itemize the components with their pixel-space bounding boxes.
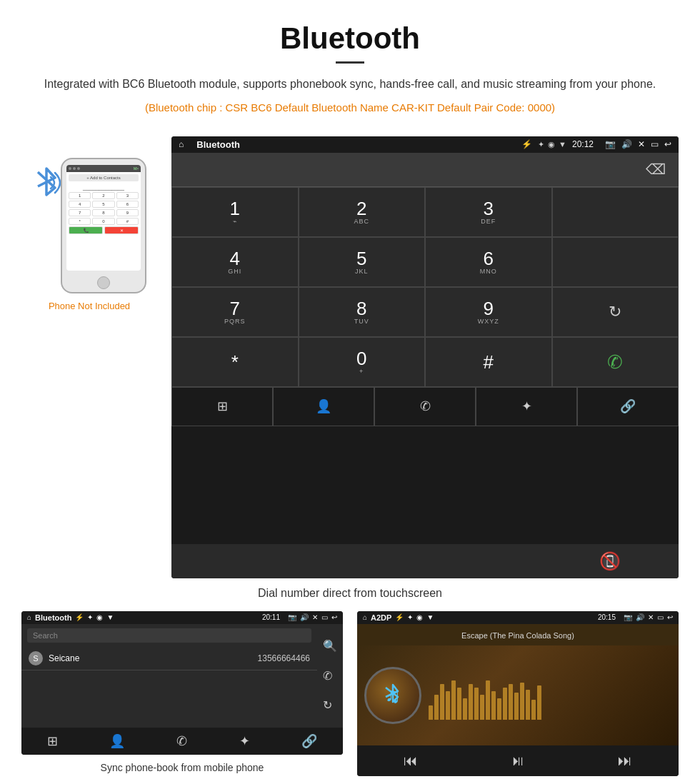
pb-nav-dialpad[interactable]: ⊞ — [47, 733, 58, 749]
title-divider — [336, 61, 364, 64]
nav-phone-icon[interactable]: ✆ — [374, 387, 476, 426]
phone-device: M> + Add to Contacts _____________ 123 4… — [61, 158, 146, 293]
pb-nav-phone[interactable]: ✆ — [176, 733, 187, 749]
music-back-icon: ↩ — [667, 613, 673, 621]
pb-search-bar[interactable]: Search — [27, 628, 311, 643]
music-home-icon: ⌂ — [363, 613, 367, 621]
pb-nav-bt[interactable]: ✦ — [239, 733, 250, 749]
status-time: 20:12 — [572, 139, 594, 149]
status-home-icon: ⌂ — [179, 139, 184, 149]
status-gps-icon: ◉ — [548, 140, 555, 149]
eq-bar — [537, 685, 541, 720]
nav-dialpad-icon[interactable]: ⊞ — [171, 387, 273, 426]
pb-search-icon[interactable]: 🔍 — [323, 639, 337, 653]
status-camera-icon: 📷 — [605, 139, 616, 149]
music-status-bar: ⌂ A2DP ⚡ ✦ ◉ ▼ 20:15 📷 🔊 ✕ ▭ ↩ — [357, 611, 679, 624]
key-refresh[interactable]: ↻ — [552, 287, 679, 337]
contact-name: Seicane — [49, 653, 258, 663]
key-4[interactable]: 4GHI — [171, 237, 299, 287]
eq-bar — [429, 705, 433, 720]
key-1[interactable]: 1⌁ — [171, 187, 299, 237]
pb-camera-icon: 📷 — [288, 613, 296, 621]
eq-bar — [457, 688, 461, 720]
key-6[interactable]: 6MNO — [425, 237, 552, 287]
pb-refresh-icon[interactable]: ↻ — [323, 698, 337, 712]
pb-bt-icon: ✦ — [87, 613, 93, 621]
pb-gps-icon: ◉ — [96, 613, 103, 621]
key-0[interactable]: 0+ — [299, 337, 426, 387]
eq-bar — [440, 684, 444, 720]
eq-bar — [446, 691, 450, 720]
keypad-grid: 1⌁ 2ABC 3DEF 4GHI 5JKL 6MNO 7PQRS 8TUV 9… — [171, 187, 679, 387]
eq-bar — [526, 690, 530, 720]
music-bt-icon: ✦ — [407, 613, 413, 621]
pb-main-area: Search S Seicane 13566664466 🔍 ✆ ↻ — [21, 624, 343, 728]
music-controls: ⏮ ⏯ ⏭ — [357, 745, 679, 776]
pb-nav-contacts[interactable]: 👤 — [109, 733, 125, 749]
contact-row[interactable]: S Seicane 13566664466 — [21, 647, 317, 670]
pb-side-icons: 🔍 ✆ ↻ — [317, 624, 343, 728]
key-5[interactable]: 5JKL — [299, 237, 426, 287]
nav-contacts-icon[interactable]: 👤 — [273, 387, 374, 426]
eq-bar — [491, 691, 496, 720]
eq-bar — [514, 693, 519, 720]
music-camera-icon: 📷 — [624, 613, 632, 621]
status-close-icon: ✕ — [638, 139, 645, 149]
key-2[interactable]: 2ABC — [299, 187, 426, 237]
phone-graphic: M> + Add to Contacts _____________ 123 4… — [39, 158, 139, 293]
pb-time: 20:11 — [262, 613, 280, 621]
contact-letter: S — [29, 651, 43, 665]
hangup-button[interactable]: 📵 — [541, 544, 679, 578]
pb-empty-space — [21, 670, 317, 728]
pb-window-icon: ▭ — [321, 613, 328, 621]
pb-close-icon: ✕ — [312, 613, 318, 621]
pb-back-icon: ↩ — [331, 613, 337, 621]
page-title: Bluetooth — [43, 21, 657, 56]
next-button[interactable]: ⏭ — [618, 753, 632, 769]
key-8[interactable]: 8TUV — [299, 287, 426, 337]
key-call[interactable]: ✆ — [552, 337, 679, 387]
bottom-screenshots: ⌂ Bluetooth ⚡ ✦ ◉ ▼ 20:11 📷 🔊 ✕ ▭ ↩ Sear… — [0, 611, 700, 779]
music-window-icon: ▭ — [657, 613, 664, 621]
hangup-row: 📵 — [171, 544, 679, 578]
play-pause-button[interactable]: ⏯ — [511, 753, 525, 769]
key-empty-2 — [552, 237, 679, 287]
phonebook-screen: ⌂ Bluetooth ⚡ ✦ ◉ ▼ 20:11 📷 🔊 ✕ ▭ ↩ Sear… — [21, 611, 343, 755]
song-name-bar: Escape (The Pina Colada Song) — [357, 624, 679, 645]
song-name: Escape (The Pina Colada Song) — [461, 631, 574, 640]
status-signal-icon: ▼ — [559, 140, 566, 149]
prev-button[interactable]: ⏮ — [404, 753, 418, 769]
header-specs: (Bluetooth chip : CSR BC6 Default Blueto… — [43, 99, 657, 116]
key-9[interactable]: 9WXYZ — [425, 287, 552, 337]
key-hash[interactable]: # — [425, 337, 552, 387]
pb-signal-icon: ▼ — [106, 613, 114, 621]
key-7[interactable]: 7PQRS — [171, 287, 299, 337]
eq-bar — [474, 688, 479, 720]
phone-image-section: M> + Add to Contacts _____________ 123 4… — [21, 136, 157, 311]
nav-link-icon[interactable]: 🔗 — [577, 387, 679, 426]
dialpad-status-bar: ⌂ Bluetooth ⚡ ✦ ◉ ▼ 20:12 📷 🔊 ✕ ▭ ↩ — [171, 136, 679, 153]
pb-status-bar: ⌂ Bluetooth ⚡ ✦ ◉ ▼ 20:11 📷 🔊 ✕ ▭ ↩ — [21, 611, 343, 624]
music-time: 20:15 — [598, 613, 616, 621]
pb-volume-icon: 🔊 — [300, 613, 309, 621]
header-section: Bluetooth Integrated with BC6 Bluetooth … — [0, 0, 700, 129]
music-close-icon: ✕ — [648, 613, 654, 621]
status-icons: ✦ ◉ ▼ — [538, 140, 566, 149]
pb-call-icon[interactable]: ✆ — [323, 669, 337, 683]
key-3[interactable]: 3DEF — [425, 187, 552, 237]
pb-nav-link[interactable]: 🔗 — [301, 733, 317, 749]
music-caption: Bluetooth music compatible — [357, 776, 679, 779]
backspace-button[interactable]: ⌫ — [640, 158, 671, 181]
main-dialpad-screen: ⌂ Bluetooth ⚡ ✦ ◉ ▼ 20:12 📷 🔊 ✕ ▭ ↩ ⌫ 1⌁… — [171, 136, 679, 578]
nav-bluetooth-icon[interactable]: ✦ — [476, 387, 577, 426]
dial-display: ⌫ — [171, 153, 679, 187]
music-screen: ⌂ A2DP ⚡ ✦ ◉ ▼ 20:15 📷 🔊 ✕ ▭ ↩ Escape (T… — [357, 611, 679, 776]
dial-caption: Dial number direct from touchscreen — [0, 578, 700, 611]
music-title: A2DP — [371, 613, 391, 622]
eq-bar — [469, 684, 473, 720]
pb-title: Bluetooth — [35, 613, 71, 622]
eq-bar — [451, 680, 456, 720]
key-star[interactable]: * — [171, 337, 299, 387]
contact-phone: 13566664466 — [258, 653, 310, 663]
search-placeholder: Search — [33, 631, 58, 640]
